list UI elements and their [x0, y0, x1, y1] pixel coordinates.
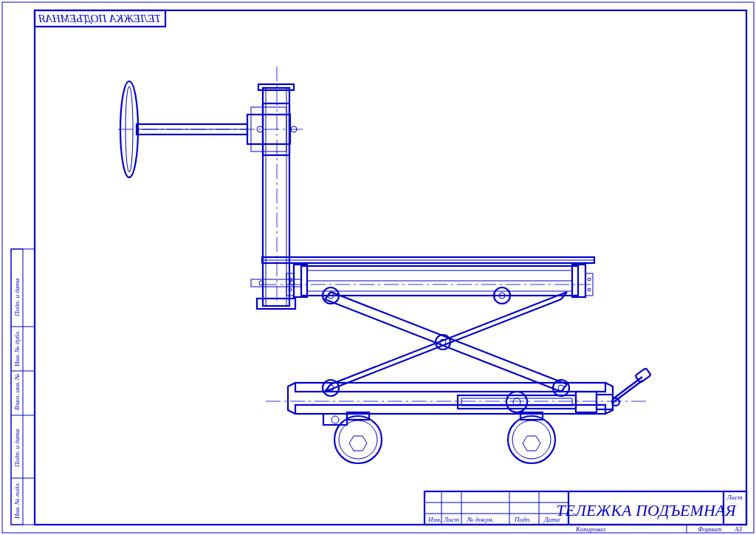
svg-point-76 — [508, 416, 555, 463]
copy-label: Копировал — [575, 525, 605, 533]
platform — [262, 257, 594, 304]
svg-marker-78 — [523, 436, 540, 451]
lifting-trolley-view — [118, 67, 651, 463]
side-label-dubl: Инв. № дубл. — [13, 330, 21, 367]
mirror-title-block: ТЕЛЕЖКА ПОДЪЕМНАЯ — [35, 10, 165, 27]
tb-podp: Подп. — [514, 516, 531, 523]
format-value: А3 — [734, 525, 742, 533]
scissor-mechanism — [323, 292, 569, 396]
mirror-title-text: ТЕЛЕЖКА ПОДЪЕМНАЯ — [38, 13, 161, 24]
side-label-vzam: Взам. инв. № — [13, 373, 21, 410]
tb-izm: Изм. — [427, 516, 441, 523]
drawing-svg: ТЕЛЕЖКА ПОДЪЕМНАЯ Инв. № подл. Подп. и д… — [0, 0, 756, 535]
svg-point-48 — [588, 288, 591, 291]
side-revision-strip: Инв. № подл. Подп. и дата Взам. инв. № И… — [11, 249, 35, 525]
format-label: Формат — [698, 525, 722, 533]
drawing-sheet: ТЕЛЕЖКА ПОДЪЕМНАЯ Инв. № подл. Подп. и д… — [0, 0, 756, 535]
inner-frame — [35, 10, 746, 525]
svg-marker-74 — [349, 436, 367, 451]
side-label-podp2: Подп. и дата — [13, 278, 21, 317]
svg-point-63 — [331, 416, 339, 423]
svg-point-72 — [334, 416, 382, 463]
tb-ndokum: № докум. — [467, 516, 494, 523]
svg-point-77 — [512, 420, 551, 459]
tb-list: Лист — [443, 516, 460, 523]
hydraulic-cylinder — [458, 368, 651, 412]
svg-point-73 — [339, 420, 377, 459]
title-block: Изм. Лист № докум. Подп. Дата ТЕЛЕЖКА ПО… — [425, 491, 746, 525]
bottom-strip: Копировал Формат А3 — [425, 525, 746, 533]
svg-point-47 — [588, 278, 591, 281]
side-label-podp1: Подп. и дата — [13, 429, 21, 468]
drawing-title: ТЕЛЕЖКА ПОДЪЕМНАЯ — [556, 501, 737, 519]
svg-rect-64 — [458, 395, 576, 409]
sheet-label: Лист — [726, 494, 743, 501]
svg-rect-28 — [263, 88, 289, 306]
side-label-inv-podl: Инв. № подл. — [13, 482, 21, 519]
svg-rect-66 — [576, 392, 597, 412]
wheels — [334, 412, 555, 463]
steering-wheel-assembly — [118, 81, 303, 177]
